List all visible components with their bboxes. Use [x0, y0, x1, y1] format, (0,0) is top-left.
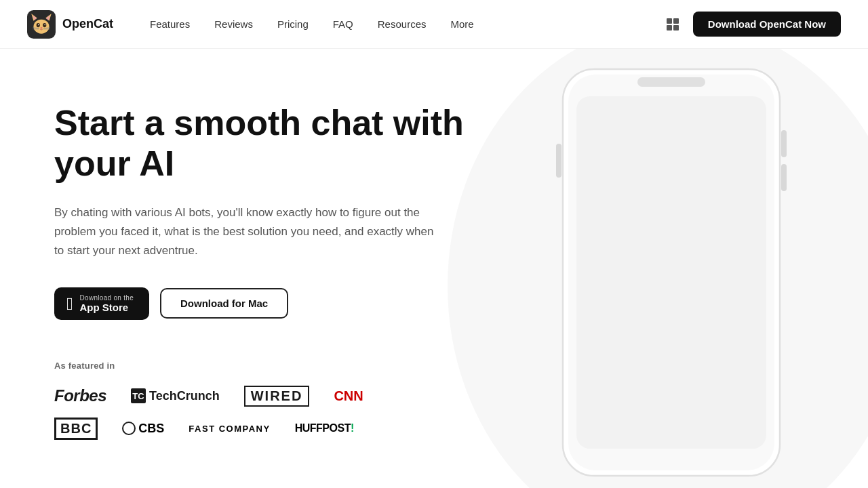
nav-features[interactable]: Features — [140, 14, 199, 34]
featured-label: As featured in — [54, 361, 495, 371]
forbes-logo: Forbes — [54, 386, 106, 405]
wired-logo: WIRED — [244, 386, 310, 407]
nav-faq[interactable]: FAQ — [323, 14, 363, 34]
appstore-text: Download on the App Store — [80, 294, 134, 313]
svg-point-1 — [33, 19, 49, 33]
featured-logos-row1: Forbes TC TechCrunch WIRED CNN — [54, 386, 495, 407]
apple-icon:  — [66, 295, 73, 312]
svg-rect-18 — [673, 25, 679, 30]
svg-rect-15 — [667, 18, 672, 24]
appstore-bottom-text: App Store — [80, 302, 134, 313]
nav-links: Features Reviews Pricing FAQ Resources M… — [140, 14, 484, 34]
nav-resources[interactable]: Resources — [368, 14, 436, 34]
phone-frame-icon — [556, 62, 787, 483]
nav-reviews[interactable]: Reviews — [205, 14, 262, 34]
svg-point-10 — [40, 27, 42, 28]
nav-more[interactable]: More — [441, 14, 483, 34]
svg-rect-25 — [781, 164, 787, 191]
download-mac-button[interactable]: Download for Mac — [160, 288, 288, 319]
svg-rect-21 — [637, 77, 705, 87]
brand-logo-link[interactable]: OpenCat — [27, 10, 113, 39]
svg-point-8 — [38, 24, 39, 25]
cnn-logo: CNN — [334, 388, 363, 404]
fastcompany-logo: FAST COMPANY — [189, 424, 270, 434]
bbc-logo: BBC — [54, 418, 98, 440]
nav-left: OpenCat Features Reviews Pricing FAQ Res… — [27, 10, 484, 39]
navbar: OpenCat Features Reviews Pricing FAQ Res… — [0, 0, 868, 49]
hero-title: Start a smooth chat with your AI — [54, 103, 495, 184]
featured-section: As featured in Forbes TC TechCrunch WIRE… — [54, 361, 495, 440]
download-opencat-button[interactable]: Download OpenCat Now — [693, 12, 841, 37]
svg-rect-22 — [576, 96, 766, 449]
svg-rect-24 — [781, 130, 787, 157]
featured-logos-row2: BBC CBS FAST COMPANY HUFFPOST! — [54, 418, 495, 440]
huffpost-logo: HUFFPOST! — [295, 422, 354, 434]
svg-rect-17 — [667, 25, 672, 30]
nav-right: Download OpenCat Now — [663, 12, 841, 37]
appstore-button[interactable]:  Download on the App Store — [54, 287, 149, 320]
techcrunch-logo: TC TechCrunch — [131, 388, 220, 403]
brand-name: OpenCat — [62, 17, 113, 31]
language-icon[interactable] — [663, 15, 682, 34]
opencat-logo-icon — [27, 10, 56, 39]
cbs-logo: CBS — [122, 422, 164, 436]
svg-rect-23 — [556, 144, 561, 178]
cta-buttons:  Download on the App Store Download for… — [54, 287, 495, 320]
appstore-top-text: Download on the — [80, 294, 134, 302]
hero-content: Start a smooth chat with your AI By chat… — [54, 103, 495, 440]
hero-description: By chating with various AI bots, you'll … — [54, 203, 434, 260]
svg-point-9 — [44, 24, 45, 25]
hero-section: Start a smooth chat with your AI By chat… — [0, 49, 868, 488]
phone-mockup — [556, 62, 787, 485]
svg-rect-16 — [673, 18, 679, 24]
nav-pricing[interactable]: Pricing — [268, 14, 318, 34]
